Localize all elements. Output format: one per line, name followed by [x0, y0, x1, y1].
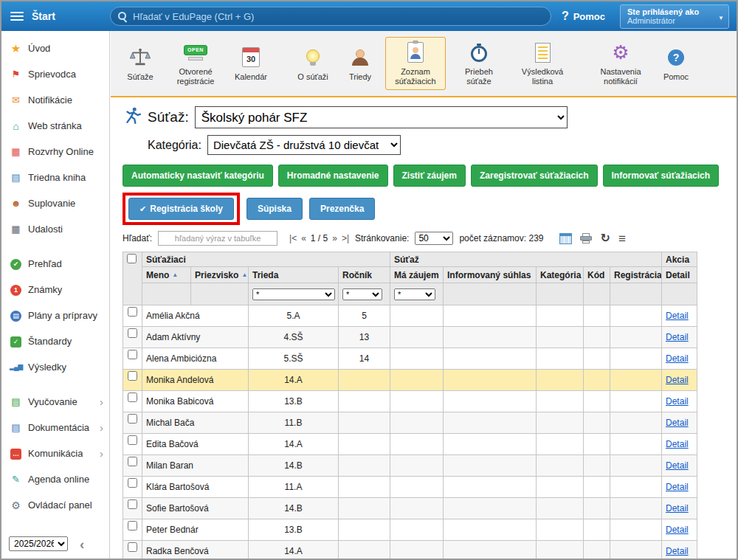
row-checkbox[interactable]	[128, 307, 137, 317]
auto-set-category-button[interactable]: Automaticky nastaviť kategóriu	[123, 165, 273, 187]
row-checkbox[interactable]	[128, 371, 137, 381]
detail-link[interactable]: Detail	[666, 525, 689, 535]
bulk-settings-button[interactable]: Hromadné nastavenie	[278, 165, 388, 187]
filter-rocnik-select[interactable]: *	[342, 288, 382, 300]
row-checkbox[interactable]	[128, 499, 137, 509]
row-checkbox[interactable]	[128, 542, 137, 552]
detail-link[interactable]: Detail	[666, 332, 689, 342]
ribbon-item-otvorene-registracie[interactable]: OPEN Otvorené registrácie	[165, 37, 226, 89]
global-search[interactable]	[110, 7, 551, 26]
sidebar-item-standardy[interactable]: ✓Štandardy	[1, 328, 109, 354]
select-all-checkbox[interactable]	[127, 254, 137, 263]
printer-icon[interactable]	[580, 233, 592, 244]
page-last-button[interactable]: >|	[342, 233, 349, 243]
column-header-meno[interactable]: Meno▲	[142, 267, 191, 283]
detail-link[interactable]: Detail	[666, 482, 689, 492]
page-indicator: 1 / 5	[311, 233, 328, 243]
filter-ma-zaujem-select[interactable]: *	[394, 288, 435, 300]
row-checkbox[interactable]	[128, 457, 137, 466]
ribbon-item-priebeh-sutaze[interactable]: Priebeh súťaže	[449, 37, 509, 89]
row-checkbox[interactable]	[128, 414, 137, 424]
ribbon-item-kalendar[interactable]: 30 Kalendár	[229, 42, 273, 86]
sidebar-item-znamky[interactable]: 1Známky	[1, 277, 109, 303]
sidebar-item-komunikacia[interactable]: …Komunikácia›	[1, 440, 109, 466]
column-header-priezvisko[interactable]: Priezvisko▲	[191, 267, 249, 283]
detail-link[interactable]: Detail	[666, 311, 689, 321]
page-first-button[interactable]: |<	[289, 233, 297, 243]
column-header-rocnik[interactable]: Ročník	[339, 267, 390, 283]
user-menu[interactable]: Ste prihlásený ako Administrátor ▼	[620, 4, 729, 29]
row-checkbox[interactable]	[128, 328, 137, 338]
supiska-button[interactable]: Súpiska	[246, 198, 303, 220]
page-prev-button[interactable]: «	[301, 233, 306, 243]
list-view-icon[interactable]: ≡	[618, 232, 626, 245]
detail-link[interactable]: Detail	[666, 375, 689, 385]
filter-trieda-select[interactable]: *	[252, 288, 335, 300]
sidebar-item-notifikacie[interactable]: ✉Notifikácie	[1, 87, 109, 113]
help-question-icon[interactable]: ?	[562, 10, 569, 23]
detail-link[interactable]: Detail	[666, 353, 689, 364]
ribbon-item-vysledkova-listina[interactable]: Výsledková listina	[512, 37, 573, 89]
ribbon-item-o-sutazi[interactable]: O súťaži	[291, 42, 335, 86]
help-link[interactable]: Pomoc	[573, 11, 605, 22]
detail-link[interactable]: Detail	[666, 460, 689, 471]
search-input[interactable]	[133, 11, 551, 22]
sidebar-item-web-stranka[interactable]: ⌂Web stránka	[1, 113, 109, 139]
row-checkbox[interactable]	[128, 350, 137, 359]
detail-link[interactable]: Detail	[666, 418, 689, 428]
sidebar-item-vysledky[interactable]: ▂▄▆Výsledky	[1, 354, 109, 380]
sidebar-item-uvod[interactable]: ★Úvod	[1, 35, 109, 61]
ribbon-item-sutaze[interactable]: Súťaže	[118, 42, 162, 86]
table-search-input[interactable]	[158, 231, 277, 246]
school-registration-button[interactable]: ✔Registrácia školy	[128, 198, 234, 220]
ribbon-item-zoznam-sutaziacich[interactable]: Zoznam súťažiacich	[385, 37, 446, 89]
cell-class: 13.B	[249, 519, 339, 541]
detail-link[interactable]: Detail	[666, 503, 689, 514]
start-label[interactable]: Štart	[32, 10, 55, 22]
page-size-select[interactable]: 50	[415, 232, 453, 245]
competition-select[interactable]: Školský pohár SFZ	[195, 106, 568, 128]
columns-icon[interactable]	[559, 233, 572, 244]
row-checkbox[interactable]	[128, 393, 137, 402]
sidebar-item-plany-a-pripravy[interactable]: ▤Plány a prípravy	[1, 303, 109, 328]
sidebar-collapse-icon[interactable]: ‹	[80, 537, 84, 551]
sidebar-item-udalosti[interactable]: ▦Udalosti	[1, 216, 109, 242]
hamburger-menu-icon[interactable]	[10, 12, 24, 21]
sidebar-item-triedna-kniha[interactable]: ▤Triedna kniha	[1, 165, 109, 190]
refresh-icon[interactable]: ↻	[600, 232, 610, 244]
ribbon-item-pomoc[interactable]: ? Pomoc	[654, 42, 698, 86]
sidebar-item-prehlad[interactable]: ✔Prehľad	[1, 251, 109, 277]
column-header-informovany-suhlas[interactable]: Informovaný súhlas	[444, 267, 537, 283]
school-year-select[interactable]: 2025/2026	[9, 536, 68, 551]
sidebar-item-ovladaci-panel[interactable]: ⚙Ovládací panel	[1, 492, 109, 518]
sidebar-item-sprievodca[interactable]: ⚑Sprievodca	[1, 61, 109, 87]
column-header-kategoria[interactable]: Kategória	[537, 267, 584, 283]
ribbon-item-triedy[interactable]: Triedy	[338, 42, 382, 86]
table-row: Michal Bača11.BDetail	[123, 412, 697, 434]
register-contestants-button[interactable]: Zaregistrovať súťažiacich	[471, 165, 598, 187]
sidebar-item-rozvrhy-online[interactable]: ▦Rozvrhy Online	[1, 139, 109, 165]
row-checkbox[interactable]	[128, 521, 137, 530]
ribbon-item-nastavenia-notifikacii[interactable]: ⚙ Nastavenia notifikácií	[590, 37, 651, 89]
inform-contestants-button[interactable]: Informovať súťažiacich	[603, 165, 720, 187]
column-header-registracia[interactable]: Registrácia	[610, 267, 662, 283]
person-icon	[341, 46, 379, 69]
detail-link[interactable]: Detail	[666, 439, 689, 449]
sidebar-item-agenda-online[interactable]: ✎Agenda online	[1, 466, 109, 492]
column-header-trieda[interactable]: Trieda	[249, 267, 339, 283]
sidebar-item-suplovanie[interactable]: ☻Suplovanie	[1, 190, 109, 216]
cell-name: Sofie Bartošová	[142, 498, 249, 519]
sidebar-item-dokumentacia[interactable]: ▤Dokumentácia›	[1, 415, 109, 440]
detail-link[interactable]: Detail	[666, 396, 689, 407]
prezencka-button[interactable]: Prezenčka	[309, 198, 375, 220]
detail-link[interactable]: Detail	[666, 546, 689, 556]
category-select[interactable]: Dievčatá ZŠ - družstvá 10 dievčat	[207, 135, 401, 155]
page-next-button[interactable]: »	[332, 233, 337, 243]
sidebar-item-vyucovanie[interactable]: ▤Vyučovanie›	[1, 389, 109, 415]
row-checkbox[interactable]	[128, 435, 137, 445]
cell-class: 14.A	[249, 434, 339, 455]
check-interest-button[interactable]: Zistiť záujem	[393, 165, 466, 187]
column-header-ma-zaujem[interactable]: Má záujem	[390, 267, 444, 283]
row-checkbox[interactable]	[128, 478, 137, 488]
column-header-kod[interactable]: Kód	[584, 267, 610, 283]
